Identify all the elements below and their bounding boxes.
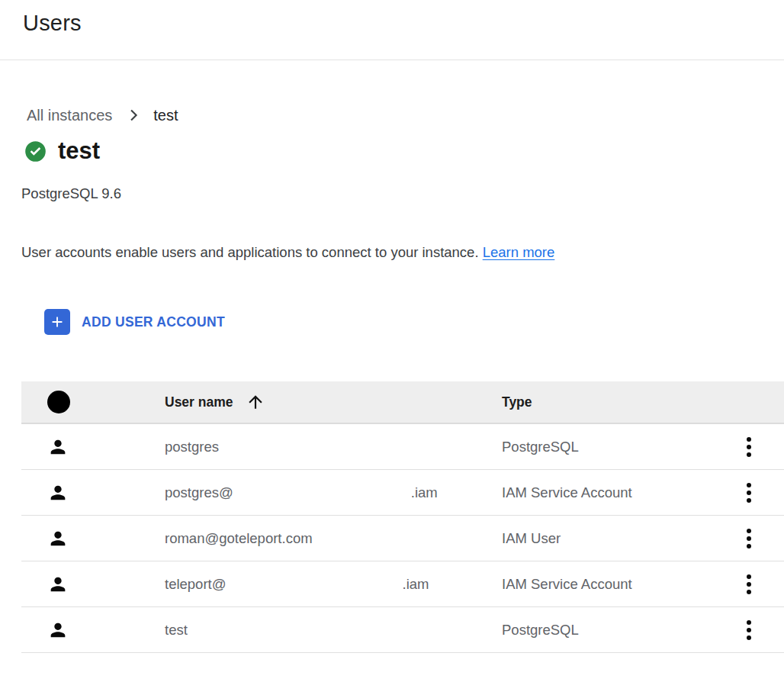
instance-name: test [58, 137, 100, 165]
add-user-account-button[interactable]: ADD USER ACCOUNT [44, 309, 225, 335]
app-header: Users [0, 0, 784, 60]
main-content: All instances test test PostgreSQL 9.6 U… [0, 106, 784, 653]
row-menu-button[interactable] [734, 523, 764, 554]
person-icon [21, 436, 165, 458]
person-icon [21, 482, 165, 503]
table-row: teleport@.iam IAM Service Account [21, 561, 784, 607]
user-type-cell: IAM User [502, 530, 723, 547]
breadcrumb-current: test [153, 107, 178, 124]
user-name-cell: test [165, 622, 502, 639]
description-text: User accounts enable users and applicati… [21, 244, 479, 260]
user-name-cell: teleport@.iam [165, 576, 502, 593]
table-row: postgres PostgreSQL [21, 424, 784, 470]
person-icon [21, 574, 165, 595]
user-name-cell: postgres [165, 439, 502, 455]
instance-version: PostgreSQL 9.6 [21, 185, 784, 202]
kebab-menu-icon [747, 483, 751, 487]
column-header-type[interactable]: Type [502, 394, 723, 410]
check-circle-icon [24, 140, 47, 162]
header-icon-cell [21, 391, 165, 413]
page-title: Users [23, 11, 784, 36]
plus-icon [44, 309, 70, 335]
kebab-menu-icon [747, 529, 751, 533]
column-header-user-name[interactable]: User name [165, 392, 502, 412]
row-menu-button[interactable] [734, 569, 764, 600]
kebab-menu-icon [747, 620, 751, 625]
row-menu-button[interactable] [734, 478, 764, 508]
instance-heading: test [21, 137, 784, 165]
user-type-cell: IAM Service Account [502, 576, 723, 593]
filled-circle-icon [47, 391, 70, 413]
user-name-cell: roman@goteleport.com [165, 530, 502, 547]
user-name-cell: postgres@.iam [165, 484, 502, 501]
redacted-text [233, 497, 411, 497]
arrow-up-icon [246, 392, 265, 412]
kebab-menu-icon [747, 437, 751, 442]
add-user-account-label: ADD USER ACCOUNT [82, 314, 225, 330]
breadcrumb-all-instances[interactable]: All instances [27, 107, 112, 124]
user-type-cell: PostgreSQL [502, 439, 723, 455]
row-menu-button[interactable] [734, 432, 764, 462]
user-type-cell: IAM Service Account [502, 484, 723, 501]
table-row: roman@goteleport.com IAM User [21, 516, 784, 561]
users-table: User name Type postgres PostgreSQL [21, 381, 784, 653]
person-icon [21, 619, 165, 641]
user-type-cell: PostgreSQL [502, 622, 723, 639]
breadcrumb: All instances test [21, 106, 784, 124]
redacted-text [227, 588, 403, 589]
kebab-menu-icon [747, 574, 751, 579]
row-menu-button[interactable] [734, 615, 764, 645]
learn-more-link[interactable]: Learn more [483, 244, 555, 260]
person-icon [21, 528, 165, 549]
users-description: User accounts enable users and applicati… [21, 244, 784, 261]
chevron-right-icon [124, 106, 142, 124]
table-row: postgres@.iam IAM Service Account [21, 470, 784, 516]
table-row: test PostgreSQL [21, 607, 784, 653]
table-header-row: User name Type [21, 381, 784, 424]
